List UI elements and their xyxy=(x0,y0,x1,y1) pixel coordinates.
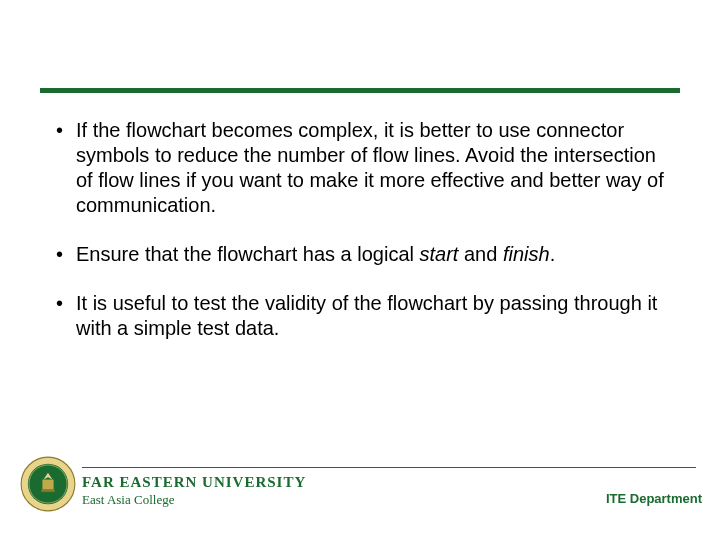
bullet-icon: • xyxy=(50,242,76,267)
university-seal-icon xyxy=(20,456,76,512)
bullet-icon: • xyxy=(50,291,76,341)
list-item: • Ensure that the flowchart has a logica… xyxy=(50,242,670,267)
list-item: • It is useful to test the validity of t… xyxy=(50,291,670,341)
svg-rect-4 xyxy=(41,490,54,492)
text-emphasis: finish xyxy=(503,243,550,265)
slide-body: • If the flowchart becomes complex, it i… xyxy=(50,118,670,365)
text-segment: Ensure that the flowchart has a logical xyxy=(76,243,420,265)
text-segment: It is useful to test the validity of the… xyxy=(76,292,657,339)
bullet-text: It is useful to test the validity of the… xyxy=(76,291,670,341)
text-segment: and xyxy=(458,243,502,265)
seal-icon xyxy=(20,456,76,512)
footer-divider xyxy=(82,467,696,468)
bullet-text: If the flowchart becomes complex, it is … xyxy=(76,118,670,218)
text-segment: If the flowchart becomes complex, it is … xyxy=(76,119,664,216)
header-divider xyxy=(40,88,680,93)
text-emphasis: start xyxy=(420,243,459,265)
bullet-text: Ensure that the flowchart has a logical … xyxy=(76,242,670,267)
list-item: • If the flowchart becomes complex, it i… xyxy=(50,118,670,218)
university-name-block: FAR EASTERN UNIVERSITY East Asia College xyxy=(82,474,306,508)
bullet-icon: • xyxy=(50,118,76,218)
college-name: East Asia College xyxy=(82,492,306,508)
svg-rect-3 xyxy=(42,480,53,490)
department-label: ITE Department xyxy=(606,491,702,506)
university-name: FAR EASTERN UNIVERSITY xyxy=(82,474,306,491)
slide-footer: FAR EASTERN UNIVERSITY East Asia College… xyxy=(0,448,720,512)
text-segment: . xyxy=(550,243,556,265)
